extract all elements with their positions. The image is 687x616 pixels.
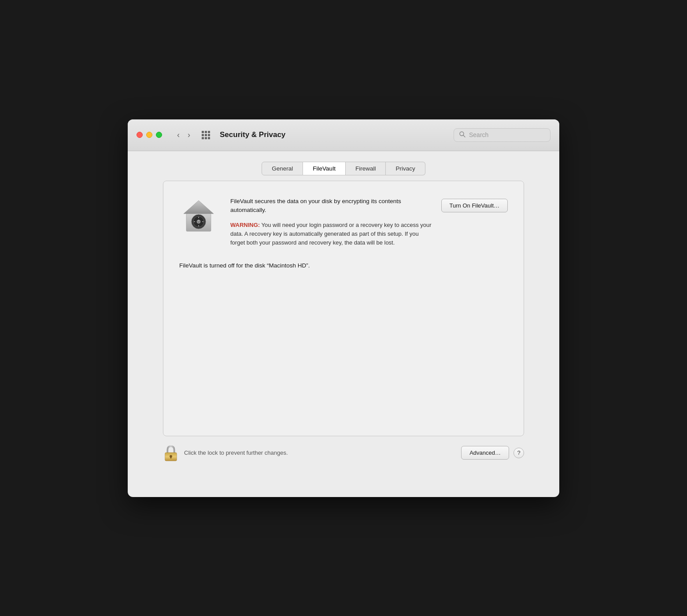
window-title: Security & Privacy	[220, 130, 285, 139]
lock-text: Click the lock to prevent further change…	[184, 449, 456, 456]
warning-label: WARNING:	[230, 222, 260, 228]
tabs-container: General FileVault Firewall Privacy	[163, 151, 524, 175]
content-area: General FileVault Firewall Privacy	[128, 151, 559, 497]
filevault-top: FileVault secures the data on your disk …	[179, 197, 508, 248]
advanced-button[interactable]: Advanced…	[461, 446, 509, 460]
filevault-info: FileVault secures the data on your disk …	[230, 197, 508, 248]
warning-body: You will need your login password or a r…	[230, 222, 432, 246]
filevault-panel: FileVault secures the data on your disk …	[163, 181, 524, 436]
filevault-description: FileVault secures the data on your disk …	[230, 197, 432, 215]
close-button[interactable]	[137, 132, 143, 138]
lock-icon[interactable]	[163, 444, 179, 462]
traffic-lights	[137, 132, 162, 138]
warning-text: WARNING: You will need your login passwo…	[230, 221, 432, 247]
preferences-window: ‹ › Security & Privacy General FileVault…	[128, 119, 559, 497]
bottom-buttons: Advanced… ?	[461, 446, 524, 460]
search-bar[interactable]	[454, 128, 550, 142]
search-input[interactable]	[469, 131, 545, 138]
minimize-button[interactable]	[146, 132, 152, 138]
help-button[interactable]: ?	[513, 448, 524, 458]
search-icon	[459, 131, 465, 139]
filevault-status: FileVault is turned off for the disk “Ma…	[179, 261, 508, 270]
maximize-button[interactable]	[156, 132, 162, 138]
svg-marker-2	[184, 200, 214, 214]
filevault-icon	[179, 197, 218, 236]
svg-rect-15	[170, 456, 172, 458]
back-button[interactable]: ‹	[174, 129, 182, 141]
tab-privacy[interactable]: Privacy	[386, 162, 425, 175]
titlebar: ‹ › Security & Privacy	[128, 119, 559, 151]
tab-firewall[interactable]: Firewall	[346, 162, 386, 175]
forward-button[interactable]: ›	[185, 129, 193, 141]
bottom-bar: Click the lock to prevent further change…	[163, 436, 524, 462]
grid-icon[interactable]	[202, 131, 210, 139]
nav-buttons: ‹ ›	[174, 129, 193, 141]
turn-on-filevault-button[interactable]: Turn On FileVault…	[441, 199, 508, 212]
svg-line-1	[463, 135, 465, 137]
tab-general[interactable]: General	[262, 162, 303, 175]
tab-filevault[interactable]: FileVault	[303, 162, 346, 175]
